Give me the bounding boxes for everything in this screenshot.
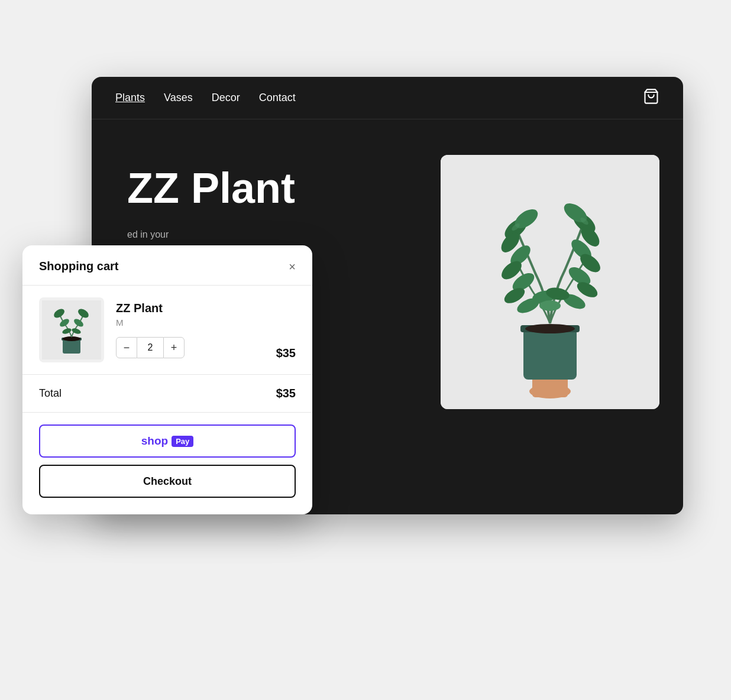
nav-links: Plants Vases Decor Contact	[115, 92, 643, 104]
quantity-display: 2	[137, 337, 163, 358]
total-amount: $35	[276, 387, 296, 400]
quantity-controls: − 2 +	[116, 337, 264, 358]
item-image	[39, 297, 104, 362]
cart-item: ZZ Plant M − 2 + $35	[39, 297, 296, 362]
item-details: ZZ Plant M − 2 +	[116, 302, 264, 358]
product-image-area	[441, 155, 659, 409]
nav-link-vases[interactable]: Vases	[164, 92, 193, 104]
cart-total: Total $35	[22, 375, 312, 413]
checkout-button[interactable]: Checkout	[39, 465, 296, 498]
nav-link-decor[interactable]: Decor	[212, 92, 240, 104]
item-variant: M	[116, 317, 264, 328]
svg-point-31	[63, 336, 80, 341]
nav-link-contact[interactable]: Contact	[259, 92, 296, 104]
item-price: $35	[276, 346, 296, 362]
shopping-cart-modal: Shopping cart ×	[22, 245, 312, 514]
cart-header: Shopping cart ×	[22, 245, 312, 286]
svg-rect-4	[523, 326, 577, 380]
shop-pay-badge: Pay	[172, 436, 193, 447]
svg-point-6	[525, 324, 575, 333]
item-name: ZZ Plant	[116, 302, 264, 315]
quantity-decrease-button[interactable]: −	[116, 337, 137, 358]
quantity-increase-button[interactable]: +	[163, 337, 185, 358]
cart-title: Shopping cart	[39, 260, 118, 273]
cart-close-button[interactable]: ×	[289, 261, 296, 273]
product-title: ZZ Plant	[127, 167, 417, 209]
cart-buttons: shop Pay Checkout	[22, 413, 312, 514]
shop-pay-label: shop	[141, 435, 168, 448]
svg-point-25	[539, 300, 561, 311]
shop-pay-button[interactable]: shop Pay	[39, 424, 296, 458]
total-label: Total	[39, 387, 62, 400]
nav-link-plants[interactable]: Plants	[115, 92, 145, 104]
cart-icon[interactable]	[643, 88, 659, 108]
cart-items: ZZ Plant M − 2 + $35	[22, 286, 312, 375]
site-navigation: Plants Vases Decor Contact	[92, 77, 683, 119]
